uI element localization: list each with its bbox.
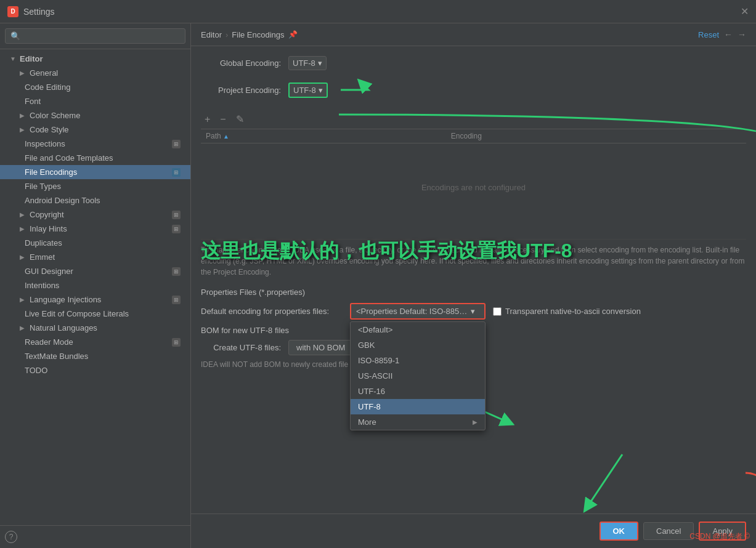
dropdown-item-gbk[interactable]: GBK (351, 337, 485, 353)
submenu-arrow-icon: ▶ (473, 419, 478, 425)
sidebar-item-code-editing-label: Code Editing (25, 83, 70, 92)
sidebar-item-file-code-templates[interactable]: File and Code Templates (0, 151, 190, 165)
sidebar-item-code-style-label: Code Style (30, 125, 69, 134)
table-empty-row: Encodings are not configured (201, 143, 746, 232)
search-box (0, 23, 190, 49)
panel-body: Global Encoding: UTF-8 ▾ Project Encodin… (191, 46, 756, 514)
sidebar-item-general[interactable]: ▶ General (0, 66, 190, 80)
sidebar-item-textmate-bundles[interactable]: TextMate Bundles (0, 349, 190, 363)
reset-button[interactable]: Reset (698, 30, 719, 39)
properties-encoding-value: <Properties Default: ISO-885… (356, 307, 467, 316)
dropdown-item-more[interactable]: More ▶ (351, 414, 485, 430)
breadcrumb-parent: Editor (201, 30, 222, 39)
sidebar-item-natural-languages-label: Natural Languages (30, 323, 97, 332)
sidebar-item-gui-designer-label: GUI Designer (25, 267, 73, 276)
project-encoding-row: Project Encoding: UTF-8 ▾ (201, 78, 746, 102)
properties-encoding-select-wrapper: <Properties Default: ISO-885… ▾ <Default… (350, 303, 486, 320)
sidebar-item-code-style[interactable]: ▶ Code Style (0, 123, 190, 137)
encoding-column-header: Encoding (446, 129, 746, 143)
sidebar-tree: ▼ Editor ▶ General Code Editing Font (0, 49, 190, 525)
sidebar-item-inspections-label: Inspections (25, 139, 65, 148)
default-encoding-label: Default encoding for properties files: (201, 307, 343, 316)
sidebar-item-editor[interactable]: ▼ Editor (0, 52, 190, 66)
expand-arrow-copyright: ▶ (20, 211, 27, 218)
ok-button[interactable]: OK (600, 522, 639, 541)
expand-arrow-editor: ▼ (10, 55, 17, 62)
sidebar-item-emmet-label: Emmet (30, 252, 55, 262)
nav-forward-button[interactable]: → (738, 30, 746, 39)
copyright-badge: ⊞ (172, 211, 181, 219)
properties-section-title: Properties Files (*.properties) (201, 288, 746, 297)
sidebar-item-todo[interactable]: TODO (0, 363, 190, 377)
sidebar-item-file-code-templates-label: File and Code Templates (25, 153, 113, 163)
breadcrumb-current: File Encodings (232, 30, 284, 39)
sidebar-item-font[interactable]: Font (0, 94, 190, 108)
csdn-watermark: CSDN @追先者 © (689, 531, 750, 542)
add-path-button[interactable]: + (201, 113, 214, 126)
dropdown-item-utf-8[interactable]: UTF-8 (351, 399, 485, 414)
sidebar-item-copyright[interactable]: ▶ Copyright ⊞ (0, 208, 190, 222)
global-encoding-value: UTF-8 (293, 58, 315, 68)
table-toolbar: + − ✎ (201, 110, 746, 129)
sidebar-item-inspections[interactable]: Inspections ⊞ (0, 137, 190, 151)
gui-designer-badge: ⊞ (172, 267, 181, 276)
reader-mode-badge: ⊞ (172, 338, 181, 347)
sidebar-item-gui-designer[interactable]: GUI Designer ⊞ (0, 264, 190, 278)
sidebar-item-inlay-hints-label: Inlay Hints (30, 224, 67, 233)
sidebar-item-emmet[interactable]: ▶ Emmet (0, 250, 190, 264)
sidebar-item-general-label: General (30, 68, 58, 78)
project-encoding-arrow: ▾ (319, 86, 323, 95)
search-input[interactable] (5, 28, 185, 44)
global-encoding-select[interactable]: UTF-8 ▾ (288, 56, 327, 70)
sidebar-item-inlay-hints[interactable]: ▶ Inlay Hints ⊞ (0, 222, 190, 236)
sidebar-item-natural-languages[interactable]: ▶ Natural Languages (0, 321, 190, 335)
sidebar-item-file-encodings[interactable]: File Encodings ⊞ (0, 165, 190, 179)
app-icon: D (7, 6, 18, 17)
help-button[interactable]: ? (5, 531, 17, 543)
edit-path-button[interactable]: ✎ (232, 112, 248, 126)
sidebar-item-textmate-bundles-label: TextMate Bundles (25, 352, 88, 361)
close-button[interactable]: ✕ (741, 6, 749, 17)
dropdown-item-default[interactable]: <Default> (351, 322, 485, 337)
remove-path-button[interactable]: − (216, 113, 229, 126)
dropdown-item-us-ascii[interactable]: US-ASCII (351, 368, 485, 384)
sidebar-item-editor-label: Editor (20, 54, 43, 63)
sidebar-bottom: ? (0, 525, 190, 548)
project-encoding-label: Project Encoding: (201, 86, 281, 95)
sidebar-item-language-injections[interactable]: ▶ Language Injections ⊞ (0, 292, 190, 307)
expand-arrow-color-scheme: ▶ (20, 112, 27, 119)
path-column-header: Path ▲ (201, 129, 446, 143)
dropdown-item-utf-16[interactable]: UTF-16 (351, 384, 485, 399)
sidebar-item-live-edit-label: Live Edit of Compose Literals (25, 309, 129, 318)
titlebar-left: D Settings (7, 6, 55, 17)
sidebar-item-reader-mode[interactable]: Reader Mode ⊞ (0, 335, 190, 349)
sidebar-item-code-editing[interactable]: Code Editing (0, 80, 190, 94)
sidebar-item-live-edit[interactable]: Live Edit of Compose Literals (0, 307, 190, 321)
encoding-table: Path ▲ Encoding Encodings are not config… (201, 129, 746, 232)
project-encoding-value: UTF-8 (293, 86, 316, 95)
language-injections-badge: ⊞ (172, 296, 181, 304)
info-text: To change encoding IntelliJ IDEA uses fo… (201, 239, 746, 288)
dropdown-item-iso-8859-1[interactable]: ISO-8859-1 (351, 353, 485, 368)
sidebar-item-duplicates[interactable]: Duplicates (0, 236, 190, 250)
project-encoding-select[interactable]: UTF-8 ▾ (288, 83, 328, 98)
sidebar-item-language-injections-label: Language Injections (30, 295, 101, 304)
sidebar-item-android-design-tools-label: Android Design Tools (25, 196, 100, 205)
sidebar-item-font-label: Font (25, 97, 41, 106)
transparent-checkbox[interactable] (493, 307, 502, 316)
sidebar-item-android-design-tools[interactable]: Android Design Tools (0, 193, 190, 208)
dialog-footer: OK Cancel Apply (191, 514, 756, 548)
settings-window: D Settings ✕ ▼ Editor ▶ General (0, 0, 756, 548)
nav-back-button[interactable]: ← (724, 30, 733, 39)
sidebar-item-copyright-label: Copyright (30, 210, 64, 219)
properties-encoding-row: Default encoding for properties files: <… (201, 303, 746, 320)
sidebar-item-color-scheme[interactable]: ▶ Color Scheme (0, 108, 190, 123)
expand-arrow-code-style: ▶ (20, 126, 27, 133)
properties-encoding-dropdown[interactable]: <Properties Default: ISO-885… ▾ (350, 303, 486, 320)
sidebar-item-intentions[interactable]: Intentions (0, 278, 190, 292)
dropdown-arrow-icon: ▾ (471, 307, 475, 316)
sidebar-item-file-types[interactable]: File Types (0, 179, 190, 193)
inlay-hints-badge: ⊞ (172, 225, 181, 233)
titlebar: D Settings ✕ (0, 0, 756, 23)
cancel-button[interactable]: Cancel (643, 522, 694, 540)
